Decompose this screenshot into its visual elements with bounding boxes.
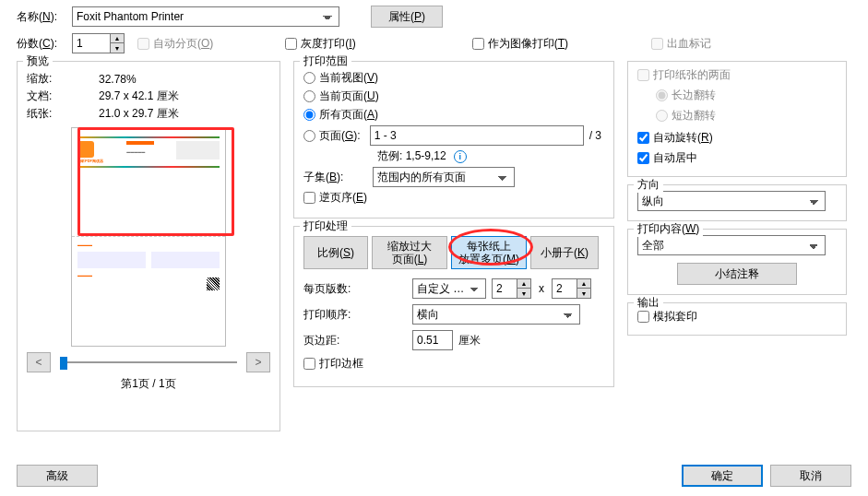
margin-unit: 厘米 — [458, 333, 481, 348]
per-sheet-label: 每页版数: — [303, 281, 368, 297]
properties-button[interactable]: 属性(P) — [371, 6, 443, 28]
cancel-button[interactable]: 取消 — [770, 465, 851, 487]
as-image-checkbox[interactable]: 作为图像打印(T) — [472, 36, 568, 52]
doc-label: 文档: — [27, 89, 71, 104]
prev-page-button[interactable]: < — [27, 352, 51, 372]
duplex-checkbox: 打印纸张的两面 — [637, 67, 731, 83]
ok-button[interactable]: 确定 — [682, 465, 763, 487]
preview-title: 预览 — [23, 53, 53, 69]
tab-booklet[interactable]: 小册子(K) — [530, 236, 599, 269]
copies-input[interactable] — [72, 33, 111, 53]
order-label: 打印顺序: — [303, 307, 368, 323]
range-example: 范例: 1,5-9,12 — [377, 148, 446, 164]
printer-name-select[interactable]: Foxit Phantom Printer — [72, 6, 339, 27]
summarize-comments-button[interactable]: 小结注释 — [677, 263, 797, 285]
rows-up[interactable]: ▲ — [577, 279, 590, 289]
x-label: x — [531, 282, 552, 295]
radio-pages[interactable]: 页面(G): — [303, 128, 361, 144]
subset-label: 子集(B): — [303, 170, 343, 185]
print-content-select[interactable]: 全部 — [637, 235, 826, 255]
simulate-overprint-checkbox[interactable]: 模拟套印 — [637, 309, 697, 325]
subset-select[interactable]: 范围内的所有页面 — [373, 167, 515, 187]
radio-all-pages[interactable]: 所有页面(A) — [303, 107, 378, 123]
preview-thumbnail: 福昕PDF阅读器 ▬▬▬▬▬ ▬▬▬▬ ▬▬▬▬ — [27, 127, 270, 347]
tab-multiple[interactable]: 每张纸上放置多页(M) — [451, 236, 527, 269]
rows-down[interactable]: ▼ — [577, 289, 590, 298]
range-title: 打印范围 — [300, 53, 351, 69]
radio-current-view[interactable]: 当前视图(V) — [303, 70, 378, 86]
copies-up[interactable]: ▲ — [111, 34, 124, 43]
per-sheet-rows[interactable] — [552, 278, 577, 299]
preview-slider[interactable] — [60, 354, 237, 371]
autocenter-checkbox[interactable]: 自动居中 — [637, 150, 697, 166]
next-page-button[interactable]: > — [246, 352, 270, 372]
per-sheet-cols[interactable] — [492, 278, 517, 299]
radio-short-edge: 短边翻转 — [656, 108, 716, 124]
page-indicator: 第1页 / 1页 — [27, 376, 270, 392]
paper-value: 21.0 x 29.7 厘米 — [99, 106, 179, 122]
zoom-label: 缩放: — [27, 71, 71, 87]
reverse-order-checkbox[interactable]: 逆页序(E) — [303, 190, 367, 206]
bleed-marks-checkbox: 出血标记 — [651, 36, 711, 52]
page-range-input[interactable] — [370, 125, 584, 146]
total-pages: / 3 — [589, 129, 601, 142]
autorotate-checkbox[interactable]: 自动旋转(R) — [637, 130, 713, 146]
advanced-button[interactable]: 高级 — [17, 465, 98, 487]
tab-fit[interactable]: 缩放过大页面(L) — [372, 236, 447, 269]
doc-value: 29.7 x 42.1 厘米 — [99, 89, 179, 104]
collate-checkbox: 自动分页(O) — [137, 36, 213, 52]
cols-up[interactable]: ▲ — [517, 279, 530, 289]
radio-long-edge: 长边翻转 — [656, 88, 716, 103]
order-select[interactable]: 横向 — [412, 304, 580, 325]
paper-label: 纸张: — [27, 106, 71, 122]
highlight-rect — [77, 127, 234, 236]
grayscale-checkbox[interactable]: 灰度打印(I) — [285, 36, 355, 52]
handling-title: 打印处理 — [300, 218, 351, 234]
print-content-title: 打印内容(W) — [634, 221, 703, 237]
printer-name-label: 名称(N): — [17, 9, 72, 25]
per-sheet-mode-select[interactable]: 自定义 … — [412, 278, 486, 299]
zoom-value: 32.78% — [99, 73, 137, 86]
info-icon[interactable]: i — [454, 150, 467, 163]
orientation-title: 方向 — [634, 177, 663, 193]
margin-label: 页边距: — [303, 333, 368, 348]
tab-scale[interactable]: 比例(S) — [303, 236, 368, 269]
print-border-checkbox[interactable]: 打印边框 — [303, 356, 363, 372]
orientation-select[interactable]: 纵向 — [637, 191, 826, 211]
output-title: 输出 — [634, 295, 663, 311]
radio-current-page[interactable]: 当前页面(U) — [303, 89, 379, 104]
cols-down[interactable]: ▼ — [517, 289, 530, 298]
copies-label: 份数(C): — [17, 36, 72, 52]
margin-input[interactable] — [412, 330, 453, 350]
copies-down[interactable]: ▼ — [111, 43, 124, 53]
